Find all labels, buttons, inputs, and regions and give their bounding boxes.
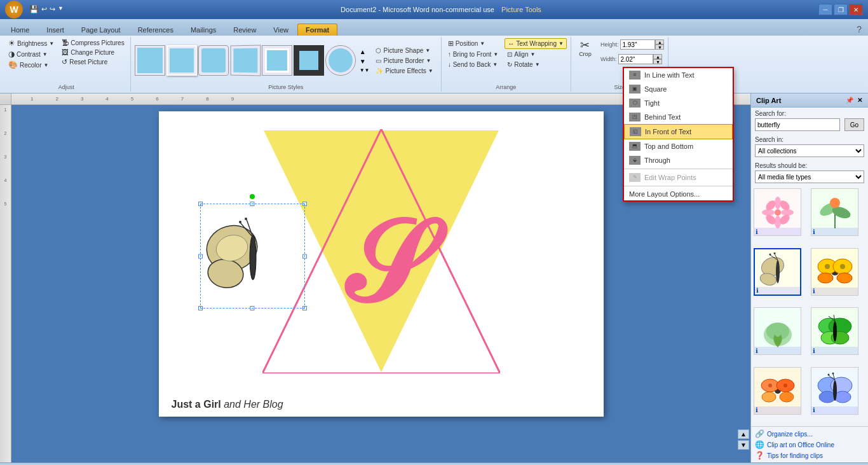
clip-thumb-4[interactable]: ℹ: [811, 248, 858, 296]
search-input[interactable]: [755, 118, 840, 131]
svg-point-33: [837, 273, 852, 283]
picture-shape-btn[interactable]: ⬡ Picture Shape ▼: [372, 46, 437, 55]
change-picture-btn[interactable]: 🖼 Change Picture: [60, 48, 126, 57]
width-down-btn[interactable]: ▼: [653, 59, 662, 64]
height-input[interactable]: [620, 39, 655, 50]
compress-pictures-btn[interactable]: 🗜 Compress Pictures: [60, 38, 126, 47]
clip-thumb-1[interactable]: ℹ: [754, 188, 801, 236]
minimize-btn[interactable]: ─: [818, 4, 832, 15]
go-button[interactable]: Go: [844, 118, 864, 131]
clip-art-pin-btn[interactable]: 📌: [845, 96, 854, 104]
tab-review[interactable]: Review: [225, 24, 264, 36]
wrap-behind-icon: ◳: [629, 113, 641, 121]
svg-point-9: [775, 209, 781, 216]
wrap-through-btn[interactable]: ⬙ Through: [624, 153, 733, 167]
tab-home[interactable]: Home: [3, 24, 37, 36]
pic-style-1[interactable]: [135, 45, 165, 76]
undo-quick-btn[interactable]: ↩: [41, 5, 47, 14]
results-label: Results should be:: [755, 162, 864, 169]
results-select[interactable]: All media file types: [755, 170, 864, 183]
contrast-btn[interactable]: ◑ Contrast ▼: [6, 49, 56, 59]
text-wrapping-btn[interactable]: ↔ Text Wrapping ▼: [505, 38, 567, 49]
redo-quick-btn[interactable]: ↪: [50, 5, 55, 14]
search-for-label: Search for:: [755, 110, 864, 117]
pic-style-3[interactable]: [198, 45, 229, 76]
tab-mailings[interactable]: Mailings: [182, 24, 224, 36]
clip-thumb-6[interactable]: ℹ: [811, 307, 858, 355]
adjust-group: ☀ Brightness ▼ ◑ Contrast ▼ 🎨 Recolor ▼: [3, 37, 131, 92]
text-wrap-dropdown: ≡ In Line with Text ▣ Square ⬡ Tight ◳ B…: [623, 94, 734, 202]
tab-references[interactable]: References: [130, 24, 182, 36]
office-button[interactable]: W: [5, 1, 23, 18]
restore-btn[interactable]: ❐: [834, 4, 848, 15]
tips-link[interactable]: ❓ Tips for finding clips: [755, 451, 864, 460]
svg-point-35: [840, 264, 845, 269]
customize-quick-btn[interactable]: ▼: [58, 5, 64, 14]
clip-thumb-5[interactable]: ℹ: [754, 307, 801, 355]
height-up-btn[interactable]: ▲: [655, 39, 664, 45]
clip-art-close-btn[interactable]: ✕: [857, 96, 863, 104]
align-btn[interactable]: ⊡ Align ▼: [505, 50, 567, 59]
brightness-btn[interactable]: ☀ Brightness ▼: [6, 38, 56, 48]
ribbon-help-btn[interactable]: ?: [853, 23, 865, 36]
svg-point-50: [768, 384, 772, 387]
pic-style-5[interactable]: [262, 45, 292, 76]
pic-style-scroll-more[interactable]: ▼▼: [358, 66, 371, 74]
clip-thumb-2[interactable]: ℹ: [811, 188, 858, 236]
wrap-tight-btn[interactable]: ⬡ Tight: [624, 96, 733, 110]
reset-picture-btn[interactable]: ↺ Reset Picture: [60, 57, 126, 67]
bring-to-front-btn[interactable]: ↑ Bring to Front ▼: [445, 50, 501, 59]
banner-letter: 𝒮: [341, 207, 421, 321]
close-btn[interactable]: ✕: [849, 4, 863, 15]
svg-point-49: [780, 392, 794, 402]
clip-art-panel: Clip Art 📌 ✕ Search for: Go Search in: A…: [750, 94, 868, 462]
pic-style-4[interactable]: [230, 45, 261, 76]
tab-format[interactable]: Format: [297, 24, 337, 36]
width-up-btn[interactable]: ▲: [653, 54, 662, 59]
scroll-up-btn[interactable]: ▲: [738, 429, 749, 439]
width-input[interactable]: [618, 54, 653, 64]
save-quick-btn[interactable]: 💾: [29, 5, 39, 14]
clip-thumb-3[interactable]: ℹ: [754, 248, 801, 296]
wrap-infront-btn[interactable]: ◱ In Front of Text: [624, 124, 733, 139]
clip-art-online-link[interactable]: 🌐 Clip art on Office Online: [755, 440, 864, 449]
clip-thumb-7-img: [759, 371, 797, 410]
scroll-down-btn[interactable]: ▼: [738, 440, 749, 450]
pic-right-buttons: ⬡ Picture Shape ▼ ▭ Picture Border ▼ ✨ P…: [372, 46, 437, 76]
wrap-behind-btn[interactable]: ◳ Behind Text: [624, 110, 733, 124]
send-to-back-btn[interactable]: ↓ Send to Back ▼: [445, 60, 501, 69]
rotation-handle[interactable]: [250, 194, 255, 199]
rotate-btn[interactable]: ↻ Rotate ▼: [505, 60, 567, 69]
arrange-group: ⊞ Position ▼ ↑ Bring to Front ▼ ↓ Send t…: [442, 37, 571, 92]
pic-style-2[interactable]: [166, 45, 197, 76]
width-field: Width: ▲ ▼: [600, 54, 665, 64]
doc-title: Document2 - Microsoft Word non-commercia…: [341, 6, 494, 13]
pic-style-7[interactable]: [325, 45, 356, 76]
pic-style-scroll-down[interactable]: ▼: [358, 57, 371, 66]
search-in-select[interactable]: All collections: [755, 144, 864, 157]
tab-page-layout[interactable]: Page Layout: [73, 24, 129, 36]
pic-style-scroll-up[interactable]: ▲: [358, 47, 371, 57]
recolor-btn[interactable]: 🎨 Recolor ▼: [6, 60, 56, 70]
adjust-group-label: Adjust: [6, 83, 126, 90]
picture-effects-btn[interactable]: ✨ Picture Effects ▼: [372, 66, 437, 76]
tab-insert[interactable]: Insert: [38, 24, 72, 36]
height-down-btn[interactable]: ▼: [655, 45, 664, 50]
crop-btn[interactable]: ✂ Crop: [575, 38, 595, 59]
clip-thumb-7[interactable]: ℹ: [754, 367, 801, 415]
picture-border-btn[interactable]: ▭ Picture Border ▼: [372, 56, 437, 66]
tab-view[interactable]: View: [265, 24, 297, 36]
wrap-more-btn[interactable]: More Layout Options...: [624, 188, 733, 200]
wrap-infront-icon: ◱: [630, 127, 641, 136]
clip-thumb-8[interactable]: ℹ: [811, 367, 858, 415]
clip-thumb-4-img: [816, 253, 854, 291]
wrap-through-icon: ⬙: [629, 156, 641, 165]
pic-style-6[interactable]: [294, 45, 324, 76]
svg-point-32: [818, 273, 833, 283]
organize-clips-link[interactable]: 🔗 Organize clips...: [755, 429, 864, 438]
svg-point-42: [833, 321, 837, 342]
position-btn[interactable]: ⊞ Position ▼: [445, 38, 501, 49]
doc-scroll-arrows: ▲ ▼: [738, 429, 749, 450]
doc-area: 12345 1 2 3 4 5 6 7 8 9 𝒮: [0, 94, 868, 462]
wrap-topbottom-btn[interactable]: ⬒ Top and Bottom: [624, 139, 733, 153]
